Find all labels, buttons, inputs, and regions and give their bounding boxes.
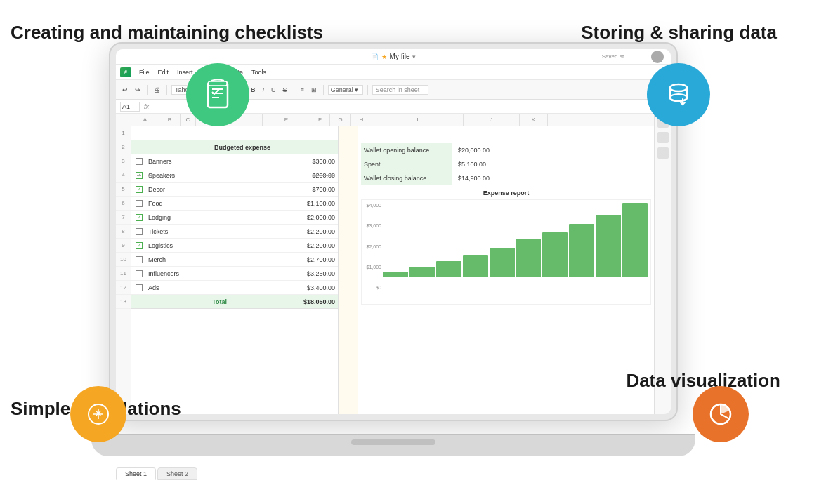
bold-btn[interactable]: B (249, 86, 258, 94)
sheet-tab-1[interactable]: Sheet 1 (116, 467, 156, 480)
bar-wrapper (569, 203, 594, 277)
right-spacer (361, 129, 651, 143)
y-label-1000: $1,000 (367, 265, 381, 270)
checkbox[interactable] (136, 228, 143, 235)
item-amount: $200.00 (292, 172, 338, 179)
checkbox[interactable] (136, 256, 143, 263)
label-creating-checklists: Creating and maintaining checklists (11, 21, 323, 44)
pie-chart-icon-circle (693, 386, 749, 442)
fx-label: fx (144, 103, 149, 110)
col-a: A (131, 114, 159, 126)
bar-wrapper (596, 203, 621, 277)
chart-section: Expense report $4,000 $3,000 $2,000 $1,0… (361, 190, 651, 305)
bar (516, 239, 542, 277)
chart-container: $4,000 $3,000 $2,000 $1,000 $0 (361, 199, 651, 305)
bar (569, 224, 594, 277)
checkbox[interactable]: ✓ (136, 214, 143, 221)
table-row: ✓ Lodging $2,000.00 (131, 211, 338, 225)
checkbox-cell[interactable] (131, 256, 147, 263)
table-header-text: Budgeted expense (214, 144, 270, 151)
row-13: 13 (116, 295, 131, 309)
checkbox[interactable] (136, 158, 143, 165)
wallet-spent-value: $5,100.00 (452, 161, 651, 168)
checkbox-cell[interactable] (131, 284, 147, 291)
wallet-row-opening: Wallet opening balance $20,000.00 (361, 143, 651, 157)
wallet-closing-value: $14,900.00 (452, 175, 651, 182)
checkbox-cell[interactable] (131, 270, 147, 277)
checkbox-cell[interactable] (131, 158, 147, 165)
sheet-tabs: Sheet 1 Sheet 2 (116, 467, 197, 480)
grid-area: 1 2 3 4 5 6 7 8 9 10 11 12 13 (116, 114, 671, 414)
bar (542, 232, 568, 277)
checkbox[interactable]: ✓ (136, 172, 143, 179)
y-label-3000: $3,000 (367, 223, 381, 228)
col-j: J (464, 114, 520, 126)
checkbox-cell[interactable]: ✓ (131, 214, 147, 221)
checkbox[interactable] (136, 270, 143, 277)
toolbar-print[interactable]: 🖨 (152, 86, 162, 94)
row-1: 1 (116, 126, 131, 140)
item-name: Speakers (147, 172, 292, 179)
table-row: Food $1,100.00 (131, 197, 338, 211)
wallet-table: Wallet opening balance $20,000.00 Spent … (361, 143, 651, 185)
checkbox[interactable] (136, 200, 143, 207)
bar-wrapper (463, 203, 488, 277)
italic-btn[interactable]: I (261, 86, 267, 94)
checkbox-cell[interactable]: ✓ (131, 242, 147, 249)
cell-reference[interactable]: A1 (120, 102, 140, 112)
strikethrough-btn[interactable]: S (281, 86, 289, 94)
bar (436, 261, 461, 277)
calculator-icon-circle: × (70, 386, 126, 442)
border-btn[interactable]: ⊞ (309, 86, 319, 94)
underline-btn[interactable]: U (269, 86, 278, 94)
item-name: Merch (147, 256, 292, 263)
checkbox-cell[interactable] (131, 228, 147, 235)
col-f: F (310, 114, 330, 126)
checkbox[interactable]: ✓ (136, 186, 143, 193)
checkbox-cell[interactable]: ✓ (131, 172, 147, 179)
right-section: Wallet opening balance $20,000.00 Spent … (358, 126, 654, 414)
wallet-opening-label: Wallet opening balance (361, 143, 452, 157)
toolbar-redo[interactable]: ↪ (133, 86, 143, 94)
item-amount: $1,100.00 (292, 200, 338, 207)
row-4: 4 (116, 168, 131, 183)
chart-bars-container (383, 203, 648, 290)
col-g: G (330, 114, 351, 126)
sheet-tab-2[interactable]: Sheet 2 (157, 467, 197, 480)
wallet-opening-value: $20,000.00 (452, 147, 651, 154)
sidebar-icon-2[interactable] (657, 132, 669, 143)
item-name: Ads (147, 284, 292, 291)
table-rows-container: Banners $300.00 ✓ Speakers $200.00 ✓ Dec… (131, 154, 338, 295)
row-10: 10 (116, 253, 131, 267)
bar-wrapper (622, 203, 648, 277)
wallet-spent-label: Spent (361, 157, 452, 171)
toolbar-undo[interactable]: ↩ (120, 86, 130, 94)
label-storing-sharing: Storing & sharing data (581, 21, 777, 44)
checkbox-cell[interactable]: ✓ (131, 186, 147, 193)
checkbox-cell[interactable] (131, 200, 147, 207)
item-name: Decor (147, 186, 292, 193)
bar-wrapper (410, 203, 435, 277)
toolbar-divider-7 (367, 85, 368, 95)
total-amount: $18,050.00 (292, 298, 338, 305)
saved-status: Saved at... (602, 53, 629, 60)
toolbar-divider-5 (294, 85, 294, 95)
toolbar-divider-1 (147, 85, 148, 95)
table-row: Tickets $2,200.00 (131, 225, 338, 239)
y-label-4000: $4,000 (367, 203, 381, 208)
checkbox[interactable]: ✓ (136, 242, 143, 249)
align-btn[interactable]: ≡ (299, 86, 306, 94)
search-box[interactable]: Search in sheet (372, 85, 428, 95)
row-5: 5 (116, 183, 131, 197)
file-title: 📄 ★ My file ▾ (371, 53, 417, 60)
item-name: Banners (147, 158, 292, 165)
checkbox[interactable] (136, 284, 143, 291)
number-format[interactable]: General ▾ (328, 85, 363, 95)
col-k: K (520, 114, 548, 126)
empty-spacer (131, 126, 338, 140)
sidebar-icon-3[interactable] (657, 147, 669, 159)
item-amount: $2,200.00 (292, 242, 338, 249)
col-e: E (263, 114, 310, 126)
svg-point-6 (670, 94, 687, 101)
wallet-closing-label: Wallet closing balance (361, 171, 452, 185)
